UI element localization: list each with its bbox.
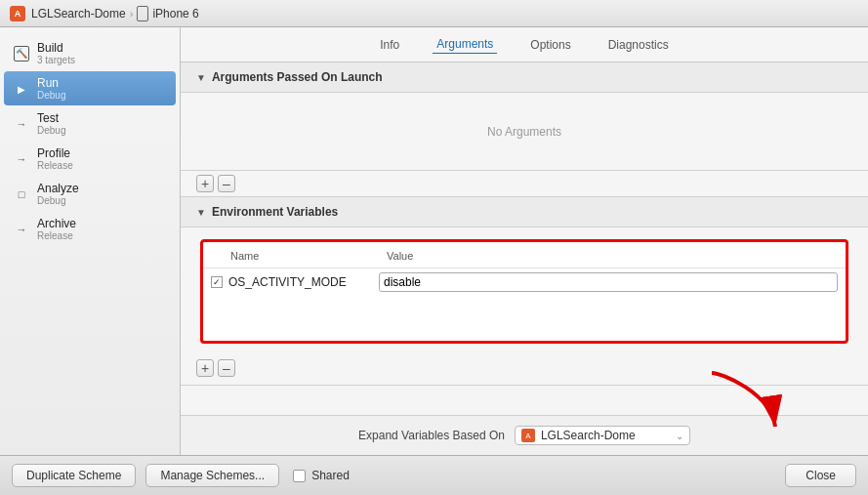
shared-checkbox[interactable] <box>293 470 306 482</box>
no-arguments-area: No Arguments <box>181 93 868 171</box>
sidebar-item-profile[interactable]: → Profile Release <box>4 142 176 176</box>
tab-diagnostics[interactable]: Diagnostics <box>604 36 673 54</box>
sidebar-item-analyze[interactable]: □ Analyze Debug <box>4 177 176 211</box>
env-row: ✓ OS_ACTIVITY_MODE <box>203 268 846 296</box>
sidebar-item-run-sub: Debug <box>37 90 65 101</box>
tab-arguments[interactable]: Arguments <box>433 35 497 54</box>
sidebar-item-build-label: Build <box>37 41 75 55</box>
env-triangle-icon: ▼ <box>196 207 206 218</box>
env-red-box: Name Value ✓ OS_ACTIVITY_MODE <box>200 239 848 344</box>
title-bar: A LGLSearch-Dome › iPhone 6 <box>0 0 868 27</box>
sidebar-item-run-label: Run <box>37 76 65 90</box>
expand-select-text: LGLSearch-Dome <box>541 429 670 442</box>
expand-select[interactable]: A LGLSearch-Dome ⌄ <box>515 426 690 445</box>
env-table-wrap: Name Value ✓ OS_ACTIVITY_MODE <box>181 227 868 355</box>
breadcrumb-separator: › <box>130 8 134 20</box>
col-name-header: Name <box>230 250 387 262</box>
duplicate-scheme-button[interactable]: Duplicate Scheme <box>12 464 136 487</box>
sidebar-item-analyze-sub: Debug <box>37 195 79 206</box>
remove-argument-button[interactable]: – <box>218 175 235 192</box>
sidebar-item-archive-sub: Release <box>37 230 76 241</box>
hammer-icon: 🔨 <box>14 46 29 62</box>
sidebar-item-profile-sub: Release <box>37 160 73 171</box>
env-section-header: ▼ Environment Variables <box>181 197 868 227</box>
close-button[interactable]: Close <box>785 464 856 487</box>
tabs-bar: Info Arguments Options Diagnostics <box>181 27 868 62</box>
sidebar-item-run[interactable]: Run Debug <box>4 71 176 105</box>
test-icon: → <box>14 116 29 132</box>
manage-schemes-button[interactable]: Manage Schemes... <box>145 464 279 487</box>
sidebar-item-archive[interactable]: → Archive Release <box>4 212 176 246</box>
arguments-section-header: ▼ Arguments Passed On Launch <box>181 62 868 93</box>
sidebar-item-test-label: Test <box>37 111 65 125</box>
archive-icon: → <box>14 222 29 237</box>
expand-bar: Expand Variables Based On A LGLSearch-Do… <box>181 415 868 455</box>
sidebar-item-build[interactable]: 🔨 Build 3 targets <box>4 36 176 70</box>
sidebar-item-analyze-label: Analyze <box>37 182 79 195</box>
remove-env-button[interactable]: – <box>218 359 235 377</box>
expand-app-icon: A <box>521 429 535 442</box>
args-add-remove-bar: + – <box>181 171 868 197</box>
bottom-bar: Duplicate Scheme Manage Schemes... Share… <box>0 455 868 495</box>
expand-chevron-icon: ⌄ <box>676 431 683 441</box>
device-icon <box>137 6 148 21</box>
sidebar-item-profile-label: Profile <box>37 146 73 160</box>
breadcrumb: LGLSearch-Dome › iPhone 6 <box>31 6 199 21</box>
sidebar: 🔨 Build 3 targets Run Debug → Test Debug <box>0 27 181 455</box>
col-value-header: Value <box>387 250 838 262</box>
panel-body: ▼ Arguments Passed On Launch No Argument… <box>181 62 868 415</box>
env-empty-rows <box>203 296 846 335</box>
no-arguments-text: No Arguments <box>487 125 561 139</box>
main-container: 🔨 Build 3 targets Run Debug → Test Debug <box>0 27 868 455</box>
add-argument-button[interactable]: + <box>196 175 214 192</box>
env-add-remove-bar: + – <box>181 355 868 385</box>
sidebar-item-archive-label: Archive <box>37 217 76 230</box>
project-name: LGLSearch-Dome <box>31 7 126 21</box>
add-env-button[interactable]: + <box>196 359 214 377</box>
env-section-title: Environment Variables <box>212 205 338 219</box>
shared-label: Shared <box>311 469 350 482</box>
device-breadcrumb: iPhone 6 <box>137 6 198 21</box>
tab-options[interactable]: Options <box>526 36 574 54</box>
env-section: ▼ Environment Variables Name Value ✓ OS_… <box>181 197 868 386</box>
env-row-value-input[interactable] <box>379 272 838 292</box>
sidebar-item-test-sub: Debug <box>37 125 65 136</box>
analyze-icon: □ <box>14 186 29 202</box>
play-icon <box>14 81 29 97</box>
sidebar-item-build-sub: 3 targets <box>37 55 75 65</box>
app-icon: A <box>10 6 25 21</box>
sidebar-item-test[interactable]: → Test Debug <box>4 106 176 141</box>
shared-wrap: Shared <box>293 469 350 482</box>
device-name: iPhone 6 <box>152 7 198 21</box>
tab-info[interactable]: Info <box>376 36 403 54</box>
env-row-checkbox[interactable]: ✓ <box>211 276 223 288</box>
expand-label: Expand Variables Based On <box>358 429 505 442</box>
arguments-section-title: Arguments Passed On Launch <box>212 70 383 84</box>
profile-icon: → <box>14 151 29 167</box>
triangle-icon: ▼ <box>196 72 206 83</box>
env-row-name: OS_ACTIVITY_MODE <box>228 275 373 289</box>
env-table-header: Name Value <box>203 248 846 268</box>
content-panel: Info Arguments Options Diagnostics ▼ Arg… <box>181 27 868 455</box>
